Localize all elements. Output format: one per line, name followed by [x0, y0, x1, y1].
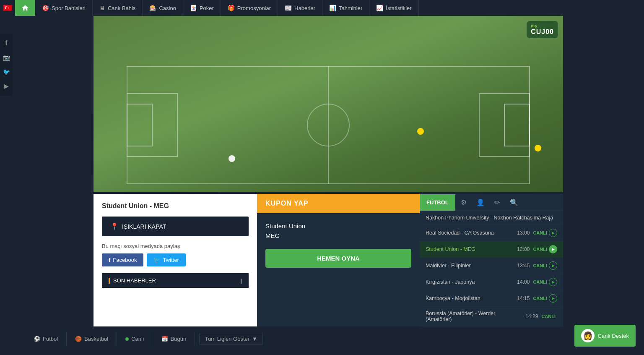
- lights-button[interactable]: 📍 IŞIKLARI KAPAT: [102, 217, 249, 236]
- canli-bahis-icon: 🖥: [99, 5, 105, 11]
- twitter-icon: 🐦: [153, 257, 160, 263]
- league-dropdown[interactable]: Tüm Ligleri Göster ▼: [199, 333, 263, 345]
- match-row[interactable]: Kamboçya - Moğolistan14:15CANLI▶: [420, 290, 563, 307]
- nav-item-spor-bahisleri[interactable]: 🎯Spor Bahisleri: [35, 0, 93, 16]
- nav-item-istatistikler[interactable]: 📈İstatistikler: [369, 0, 418, 16]
- team1-name: Student Union: [265, 222, 411, 231]
- kupon-body: Student Union MEG HEMEN OYNA: [257, 213, 420, 276]
- match-time: 14:29: [525, 313, 538, 319]
- match-time: 13:00: [517, 230, 530, 236]
- bottom-filter-bar: ⚽ Futbol 🏀 Basketbol Canlı 📅 Bugün Tüm L…: [25, 328, 495, 350]
- instagram-sidebar-icon[interactable]: 📷: [0, 51, 13, 64]
- right-matches-panel: FÚTBOL ⚙ 👤 ✏ 🔍 Nakhon Phanom University …: [420, 194, 563, 326]
- chevron-down-icon: ▼: [252, 336, 257, 342]
- hemen-oyna-button[interactable]: HEMEN OYNA: [265, 249, 411, 268]
- filter-futbol[interactable]: ⚽ Futbol: [25, 332, 67, 345]
- canli-badge: CANLI: [541, 314, 556, 319]
- tab-search-icon[interactable]: 🔍: [506, 194, 522, 211]
- match-time: 14:15: [517, 295, 530, 301]
- brand-logo: my CUJ00: [527, 21, 558, 38]
- match-row[interactable]: Kırgızistan - Japonya14:00CANLI▶: [420, 274, 563, 290]
- location-icon: 📍: [110, 222, 119, 230]
- match-row[interactable]: Student Union - MEG13:00CANLI▶: [420, 241, 563, 258]
- news-bar-accent: [109, 278, 110, 284]
- main-content: my CUJ00 Student Union - MEG 📍 IŞIKLARI …: [13, 16, 644, 350]
- svg-rect-5: [504, 104, 530, 146]
- flag-tr[interactable]: 🇹🇷: [0, 0, 15, 16]
- match-name: Kamboçya - Moğolistan: [426, 295, 514, 301]
- poker-icon: 🃏: [190, 5, 197, 11]
- match-row[interactable]: Maldivler - Filipinler13:45CANLI▶: [420, 258, 563, 274]
- match-row[interactable]: Nakhon Phanom University - Nakhon Ratcha…: [420, 211, 563, 225]
- filter-bugun[interactable]: 📅 Bugün: [153, 332, 195, 345]
- nav-item-poker[interactable]: 🃏Poker: [183, 0, 221, 16]
- son-haberler-bar: SON HABERLER |: [102, 273, 249, 288]
- field-lines-svg: [93, 16, 563, 192]
- filter-basketbol[interactable]: 🏀 Basketbol: [67, 332, 117, 345]
- match-name: Maldivler - Filipinler: [426, 263, 514, 269]
- match-name: Student Union - MEG: [426, 246, 514, 252]
- tab-user-icon[interactable]: 👤: [472, 194, 489, 211]
- social-share-buttons: f Facebook 🐦 Twitter: [102, 253, 249, 266]
- promosyonlar-icon: 🎁: [228, 5, 235, 11]
- facebook-sidebar-icon[interactable]: f: [0, 37, 13, 50]
- play-button[interactable]: ▶: [549, 261, 557, 270]
- match-name: Nakhon Phanom University - Nakhon Ratcha…: [426, 215, 557, 221]
- nav-item-promosyonlar[interactable]: 🎁Promosyonlar: [221, 0, 278, 16]
- match-time: 13:00: [517, 246, 530, 252]
- twitter-share-button[interactable]: 🐦 Twitter: [147, 253, 185, 266]
- nav-items: 🎯Spor Bahisleri🖥Canlı Bahis🎰Casino🃏Poker…: [35, 0, 419, 16]
- canli-badge: CANLI: [533, 279, 547, 285]
- casino-icon: 🎰: [149, 5, 156, 11]
- live-indicator: [125, 337, 129, 341]
- match-row[interactable]: Real Sociedad - CA Osasuna13:00CANLI▶: [420, 225, 563, 241]
- play-button[interactable]: ▶: [549, 245, 557, 253]
- nav-item-canli-bahis[interactable]: 🖥Canlı Bahis: [93, 0, 143, 16]
- svg-point-8: [417, 128, 424, 135]
- canli-badge: CANLI: [533, 230, 547, 235]
- live-support-button[interactable]: 👩 Canlı Destek: [574, 325, 636, 347]
- svg-rect-3: [127, 104, 152, 146]
- match-list: Nakhon Phanom University - Nakhon Ratcha…: [420, 211, 563, 326]
- right-panel-tabs: FÚTBOL ⚙ 👤 ✏ 🔍: [420, 194, 563, 211]
- home-button[interactable]: [15, 0, 35, 16]
- facebook-share-button[interactable]: f Facebook: [102, 253, 143, 266]
- support-avatar: 👩: [581, 329, 595, 342]
- tab-futbol[interactable]: FÚTBOL: [420, 194, 455, 211]
- spor-bahisleri-icon: 🎯: [42, 5, 49, 11]
- filter-canli[interactable]: Canlı: [117, 332, 153, 345]
- left-info-panel: Student Union - MEG 📍 IŞIKLARI KAPAT Bu …: [93, 194, 257, 326]
- nav-item-casino[interactable]: 🎰Casino: [143, 0, 183, 16]
- svg-point-7: [229, 155, 235, 162]
- team2-name: MEG: [265, 231, 411, 241]
- twitter-sidebar-icon[interactable]: 🐦: [0, 65, 13, 78]
- top-navigation: 🇹🇷 🎯Spor Bahisleri🖥Canlı Bahis🎰Casino🃏Po…: [0, 0, 644, 16]
- play-button[interactable]: ▶: [549, 278, 557, 286]
- tab-edit-icon[interactable]: ✏: [489, 194, 506, 211]
- match-title: Student Union - MEG: [102, 202, 249, 210]
- bottom-section: Student Union - MEG 📍 IŞIKLARI KAPAT Bu …: [93, 194, 563, 326]
- match-name: Real Sociedad - CA Osasuna: [426, 230, 514, 236]
- video-player[interactable]: my CUJ00: [93, 16, 563, 192]
- canli-badge: CANLI: [533, 247, 547, 252]
- svg-point-9: [535, 145, 541, 151]
- tab-settings-icon[interactable]: ⚙: [455, 194, 472, 211]
- news-separator: |: [241, 277, 242, 284]
- social-sidebar: f 📷 🐦 ▶: [0, 34, 13, 96]
- match-name: Kırgızistan - Japonya: [426, 279, 514, 285]
- social-share-text: Bu maçı sosyal medyada paylaş: [102, 243, 249, 249]
- nav-item-haberler[interactable]: 📰Haberler: [278, 0, 322, 16]
- match-time: 14:00: [517, 279, 530, 285]
- youtube-sidebar-icon[interactable]: ▶: [0, 80, 13, 92]
- nav-item-tahminler[interactable]: 📊Tahminler: [322, 0, 369, 16]
- kupon-panel: KUPON YAP Student Union MEG HEMEN OYNA: [257, 194, 420, 326]
- kupon-teams: Student Union MEG: [265, 222, 411, 240]
- play-button[interactable]: ▶: [549, 294, 557, 303]
- match-time: 13:45: [517, 263, 530, 269]
- kupon-header: KUPON YAP: [257, 194, 420, 213]
- canli-badge: CANLI: [533, 263, 547, 268]
- canli-badge: CANLI: [533, 296, 547, 301]
- istatistikler-icon: 📈: [376, 5, 383, 11]
- play-button[interactable]: ▶: [549, 229, 557, 237]
- match-row[interactable]: Borussia (Amatörler) - Werder (Amatörler…: [420, 307, 563, 326]
